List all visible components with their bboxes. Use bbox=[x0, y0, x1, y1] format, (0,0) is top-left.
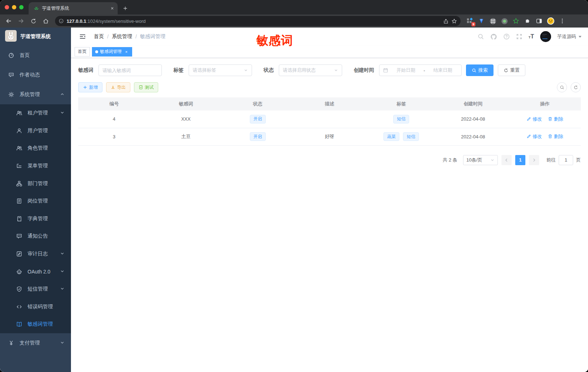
extension-record-icon[interactable] bbox=[500, 16, 509, 26]
tag-filter-select[interactable]: 请选择标签 bbox=[189, 64, 252, 76]
sidebar-item-error-code[interactable]: 错误码管理 bbox=[0, 298, 71, 316]
cell-description bbox=[294, 110, 365, 128]
profile-avatar[interactable] bbox=[546, 16, 555, 26]
refresh-table-button[interactable] bbox=[571, 82, 581, 92]
sidebar-item-audit-log[interactable]: 审计日志 bbox=[0, 245, 71, 263]
robot-icon bbox=[16, 269, 22, 275]
test-button[interactable]: 测试 bbox=[134, 82, 158, 92]
forward-icon[interactable] bbox=[16, 16, 26, 26]
edit-link[interactable]: 修改 bbox=[526, 116, 542, 122]
sidebar-item-notice[interactable]: 通知公告 bbox=[0, 227, 71, 245]
cell-status: 开启 bbox=[222, 110, 294, 128]
sidebar-item-post[interactable]: 岗位管理 bbox=[0, 192, 71, 210]
export-button[interactable]: 导出 bbox=[106, 82, 130, 92]
sidebar-item-role[interactable]: 角色管理 bbox=[0, 139, 71, 157]
sidebar-item-sms[interactable]: 短信管理 bbox=[0, 280, 71, 298]
sidebar-item-author-activity[interactable]: 作者动态 bbox=[0, 65, 71, 85]
delete-link[interactable]: 删除 bbox=[548, 133, 563, 140]
username[interactable]: 芋道源码 bbox=[557, 33, 581, 40]
side-panel-icon[interactable] bbox=[534, 16, 544, 26]
sidebar-item-system[interactable]: 系统管理 bbox=[0, 85, 71, 104]
prev-page-button[interactable] bbox=[501, 155, 512, 165]
close-window-button[interactable] bbox=[5, 5, 9, 9]
filter-form: 敏感词 标签 请选择标签 状态 请选择启用状态 bbox=[78, 64, 581, 76]
table-body: 4XXX开启短信2022-04-08修改删除3土豆开启好呀蔬菜短信2022-04… bbox=[78, 110, 581, 145]
home-icon[interactable] bbox=[41, 16, 51, 26]
edit-link[interactable]: 修改 bbox=[526, 133, 542, 140]
sidebar-item-label: 首页 bbox=[20, 52, 30, 59]
bookmark-star-icon[interactable] bbox=[452, 18, 457, 24]
tag-close-icon[interactable]: × bbox=[124, 49, 129, 54]
search-button[interactable]: 搜索 bbox=[466, 64, 494, 76]
help-icon[interactable] bbox=[503, 33, 510, 40]
zoom-window-button[interactable] bbox=[19, 5, 24, 9]
sidebar-item-oauth[interactable]: OAuth 2.0 bbox=[0, 263, 71, 280]
header-search-icon[interactable] bbox=[478, 33, 484, 40]
reset-button[interactable]: 重置 bbox=[498, 64, 525, 76]
column-header: 编号 bbox=[78, 97, 150, 110]
github-icon[interactable] bbox=[490, 33, 497, 40]
download-icon bbox=[111, 85, 115, 89]
font-size-icon[interactable]: TT bbox=[529, 33, 534, 40]
new-tab-button[interactable] bbox=[120, 3, 131, 14]
tag-sensitive-word[interactable]: 敏感词管理 × bbox=[92, 47, 132, 57]
sidebar-item-user[interactable]: 用户管理 bbox=[0, 122, 71, 140]
next-page-button[interactable] bbox=[529, 155, 539, 165]
browser-menu-icon[interactable] bbox=[558, 16, 567, 26]
status-filter-label: 状态 bbox=[264, 67, 274, 74]
collapse-sidebar-icon[interactable] bbox=[76, 33, 89, 40]
date-range-picker[interactable]: 开始日期 - 结束日期 bbox=[379, 64, 462, 76]
url-bar[interactable]: 127.0.0.1:1024/system/sensitive-word bbox=[55, 16, 461, 26]
status-filter-select[interactable]: 请选择启用状态 bbox=[279, 64, 342, 76]
site-info-icon[interactable] bbox=[59, 18, 64, 24]
sidebar-item-sensitive-word[interactable]: 敏感词管理 bbox=[0, 315, 71, 333]
extension-command-icon[interactable] bbox=[488, 16, 497, 26]
traffic-lights bbox=[0, 0, 29, 14]
gear-icon bbox=[8, 92, 14, 97]
favicon-leaf-icon bbox=[34, 6, 39, 11]
extension-star-icon[interactable] bbox=[511, 16, 521, 26]
refresh-icon bbox=[574, 85, 578, 90]
browser-tab[interactable]: 芋道管理系统 bbox=[29, 2, 118, 14]
sidebar-item-label: 用户管理 bbox=[28, 128, 48, 134]
extensions-puzzle-icon[interactable] bbox=[523, 16, 532, 26]
comment-icon bbox=[16, 233, 22, 239]
reload-icon[interactable] bbox=[28, 16, 38, 26]
sidebar-item-label: 错误码管理 bbox=[28, 304, 53, 310]
add-button[interactable]: 新增 bbox=[78, 82, 102, 92]
cell-actions: 修改删除 bbox=[509, 128, 581, 145]
breadcrumb-system[interactable]: 系统管理 bbox=[112, 33, 132, 40]
sidebar-item-home[interactable]: 首页 bbox=[0, 46, 71, 65]
tab-close-icon[interactable] bbox=[110, 7, 114, 10]
chevron-left-icon bbox=[504, 158, 509, 162]
sensitive-word-table: 编号敏感词状态描述标签创建时间操作 4XXX开启短信2022-04-08修改删除… bbox=[78, 97, 581, 146]
word-filter-input[interactable] bbox=[98, 64, 162, 76]
column-header: 操作 bbox=[509, 97, 581, 110]
delete-link[interactable]: 删除 bbox=[548, 116, 563, 122]
sidebar-logo[interactable]: 芋道管理系统 bbox=[0, 28, 71, 46]
sidebar-item-label: 敏感词管理 bbox=[28, 321, 53, 327]
sidebar-item-menu[interactable]: 菜单管理 bbox=[0, 157, 71, 175]
extension-grid-icon[interactable]: 9 bbox=[465, 16, 474, 26]
fullscreen-icon[interactable] bbox=[516, 33, 522, 40]
page-number-button[interactable]: 1 bbox=[515, 155, 525, 165]
page-size-select[interactable]: 10条/页 bbox=[463, 155, 498, 165]
sidebar-item-tenant[interactable]: 租户管理 bbox=[0, 104, 71, 122]
table-header-row: 编号敏感词状态描述标签创建时间操作 bbox=[78, 97, 581, 110]
share-icon[interactable] bbox=[443, 18, 449, 24]
cell-created: 2022-04-08 bbox=[437, 110, 509, 128]
minimize-window-button[interactable] bbox=[12, 5, 16, 9]
sidebar-item-dept[interactable]: 部门管理 bbox=[0, 175, 71, 192]
back-icon[interactable] bbox=[4, 16, 14, 26]
sidebar-item-pay[interactable]: 支付管理 bbox=[0, 333, 71, 353]
url-host: 127.0.0.1 bbox=[67, 18, 86, 24]
sidebar-item-dict[interactable]: 字典管理 bbox=[0, 210, 71, 228]
goto-page-input[interactable] bbox=[559, 155, 573, 165]
user-avatar[interactable] bbox=[540, 31, 551, 42]
tag-home[interactable]: 首页 bbox=[75, 47, 90, 57]
sidebar-item-label: 系统管理 bbox=[20, 91, 40, 98]
extension-funnel-icon[interactable] bbox=[476, 16, 486, 26]
sidebar-item-label: OAuth 2.0 bbox=[28, 269, 50, 275]
show-search-toggle-button[interactable] bbox=[557, 82, 567, 92]
breadcrumb-home[interactable]: 首页 bbox=[94, 33, 104, 40]
